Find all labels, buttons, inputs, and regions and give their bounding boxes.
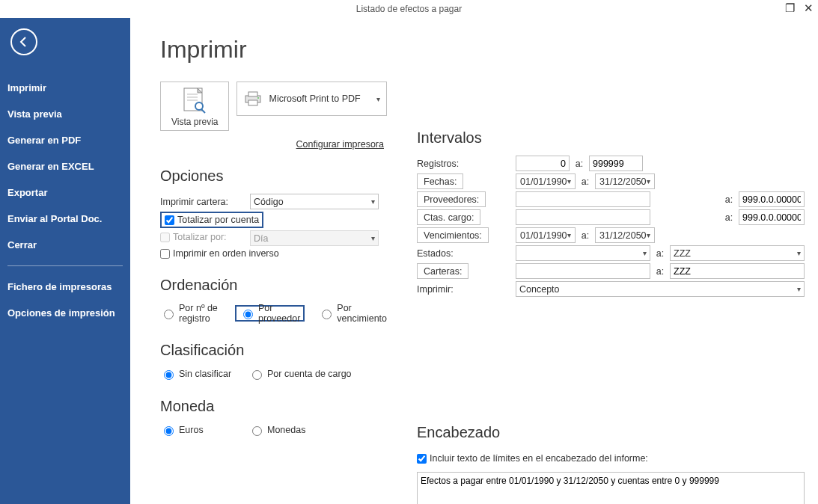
chevron-down-icon: ▾ bbox=[567, 177, 571, 185]
chevron-down-icon: ▾ bbox=[371, 234, 375, 242]
window: Listado de efectos a pagar ❐ ✕ Imprimir … bbox=[0, 0, 818, 504]
registros-label: Registros: bbox=[417, 159, 511, 169]
imprimir-select[interactable]: Concepto▾ bbox=[516, 281, 805, 297]
carteras-to-input[interactable] bbox=[670, 263, 805, 279]
orden-vencimiento-radio[interactable]: Por vencimiento bbox=[318, 303, 387, 324]
estados-label: Estados: bbox=[417, 248, 511, 259]
fechas-to-select[interactable]: 31/12/2050▾ bbox=[595, 173, 655, 189]
vista-previa-label: Vista previa bbox=[171, 117, 218, 127]
carteras-from-input[interactable] bbox=[516, 263, 650, 279]
imprimir-cartera-label: Imprimir cartera: bbox=[160, 197, 250, 207]
estados-to-select[interactable]: ZZZ▾ bbox=[670, 245, 805, 261]
section-encabezado: Encabezado bbox=[417, 424, 805, 441]
chevron-down-icon: ▾ bbox=[797, 249, 801, 257]
printer-select[interactable]: Microsoft Print to PDF ▾ bbox=[236, 82, 387, 116]
moneda-monedas-radio[interactable]: Monedas bbox=[248, 424, 305, 436]
totalizar-por-checkbox: Totalizar por: bbox=[160, 232, 227, 242]
section-ordenacion: Ordenación bbox=[160, 277, 387, 294]
sidebar: Imprimir Vista previa Generar en PDF Gen… bbox=[0, 18, 130, 504]
sidebar-item-generar-pdf[interactable]: Generar en PDF bbox=[0, 127, 130, 153]
chevron-down-icon: ▾ bbox=[376, 95, 380, 103]
estados-from-select[interactable]: ▾ bbox=[516, 245, 650, 261]
sidebar-item-generar-excel[interactable]: Generar en EXCEL bbox=[0, 153, 130, 179]
registros-to-input[interactable] bbox=[589, 156, 643, 171]
orden-vencimiento-label: Por vencimiento bbox=[337, 303, 387, 324]
orden-registro-radio[interactable]: Por nº de registro bbox=[160, 303, 222, 324]
a-label: a: bbox=[722, 212, 736, 223]
svg-rect-7 bbox=[248, 92, 257, 96]
maximize-icon[interactable]: ❐ bbox=[785, 1, 795, 15]
fechas-to-value: 31/12/2050 bbox=[599, 176, 647, 187]
back-button[interactable] bbox=[10, 28, 37, 55]
orden-inverso-checkbox[interactable]: Imprimir en orden inverso bbox=[160, 248, 279, 259]
registros-from-input[interactable] bbox=[516, 156, 570, 171]
orden-inverso-label: Imprimir en orden inverso bbox=[173, 248, 279, 259]
totalizar-cuenta-label: Totalizar por cuenta bbox=[177, 215, 259, 225]
sidebar-item-vista-previa[interactable]: Vista previa bbox=[0, 101, 130, 127]
venc-to-select[interactable]: 31/12/2050▾ bbox=[595, 227, 655, 243]
fechas-from-select[interactable]: 01/01/1990▾ bbox=[516, 173, 576, 189]
venc-from-select[interactable]: 01/01/1990▾ bbox=[516, 227, 576, 243]
ctas-button[interactable]: Ctas. cargo: bbox=[417, 209, 480, 225]
imprimir-cartera-select[interactable]: Código▾ bbox=[250, 194, 379, 209]
moneda-monedas-label: Monedas bbox=[267, 425, 305, 435]
moneda-euros-label: Euros bbox=[179, 425, 204, 435]
imprimir-label: Imprimir: bbox=[417, 284, 511, 295]
totalizar-por-select: Día▾ bbox=[250, 230, 379, 246]
orden-proveedor-label: Por proveedor bbox=[258, 303, 300, 324]
window-title: Listado de efectos a pagar bbox=[356, 4, 462, 14]
section-clasificacion: Clasificación bbox=[160, 342, 387, 359]
orden-proveedor-radio[interactable]: Por proveedor bbox=[239, 303, 300, 324]
estados-to-value: ZZZ bbox=[674, 248, 691, 259]
section-intervalos: Intervalos bbox=[417, 129, 805, 147]
venc-to-value: 31/12/2050 bbox=[599, 230, 647, 241]
sidebar-item-cerrar[interactable]: Cerrar bbox=[0, 232, 130, 258]
document-preview-icon bbox=[178, 87, 211, 115]
vista-previa-button[interactable]: Vista previa bbox=[160, 82, 229, 131]
vencimientos-button[interactable]: Vencimientos: bbox=[417, 227, 489, 243]
proveedores-to-input[interactable] bbox=[739, 191, 805, 207]
sidebar-item-exportar[interactable]: Exportar bbox=[0, 179, 130, 206]
venc-from-value: 01/01/1990 bbox=[520, 230, 567, 241]
sidebar-separator bbox=[7, 265, 123, 266]
carteras-button[interactable]: Carteras: bbox=[417, 263, 468, 279]
encabezado-textarea[interactable] bbox=[417, 472, 805, 505]
fechas-from-value: 01/01/1990 bbox=[520, 176, 567, 187]
svg-rect-8 bbox=[248, 100, 257, 105]
clasif-sin-radio[interactable]: Sin clasificar bbox=[160, 368, 235, 380]
sidebar-item-fichero-impresoras[interactable]: Fichero de impresoras bbox=[0, 274, 130, 300]
printer-icon bbox=[243, 90, 263, 107]
incluir-encabezado-checkbox[interactable]: Incluir texto de límites en el encabezad… bbox=[417, 453, 648, 464]
a-label: a: bbox=[573, 159, 586, 169]
section-opciones: Opciones bbox=[160, 168, 387, 185]
sidebar-item-imprimir[interactable]: Imprimir bbox=[0, 75, 130, 101]
printer-name: Microsoft Print to PDF bbox=[269, 93, 376, 104]
a-label: a: bbox=[579, 176, 592, 187]
a-label: a: bbox=[579, 230, 592, 241]
chevron-down-icon: ▾ bbox=[647, 177, 650, 185]
a-label: a: bbox=[653, 248, 667, 259]
imprimir-value: Concepto bbox=[519, 284, 560, 295]
moneda-euros-radio[interactable]: Euros bbox=[160, 424, 235, 436]
ctas-to-input[interactable] bbox=[739, 209, 805, 225]
chevron-down-icon: ▾ bbox=[797, 285, 801, 293]
svg-point-9 bbox=[257, 97, 259, 99]
main: Imprimir Vista previa bbox=[130, 18, 818, 504]
chevron-down-icon: ▾ bbox=[371, 197, 375, 206]
section-moneda: Moneda bbox=[160, 398, 387, 415]
sidebar-item-opciones-impresion[interactable]: Opciones de impresión bbox=[0, 300, 130, 326]
orden-registro-label: Por nº de registro bbox=[179, 303, 222, 324]
proveedores-button[interactable]: Proveedores: bbox=[417, 191, 486, 207]
chevron-down-icon: ▾ bbox=[567, 231, 571, 239]
proveedores-from-input[interactable] bbox=[516, 191, 650, 207]
imprimir-cartera-value: Código bbox=[254, 197, 284, 207]
fechas-button[interactable]: Fechas: bbox=[417, 173, 463, 189]
close-icon[interactable]: ✕ bbox=[804, 1, 814, 15]
titlebar: Listado de efectos a pagar ❐ ✕ bbox=[0, 0, 818, 18]
chevron-down-icon: ▾ bbox=[643, 249, 647, 257]
clasif-cuenta-radio[interactable]: Por cuenta de cargo bbox=[248, 368, 352, 380]
configurar-impresora-link[interactable]: Configurar impresora bbox=[296, 139, 384, 150]
ctas-from-input[interactable] bbox=[516, 209, 650, 225]
totalizar-cuenta-checkbox[interactable]: Totalizar por cuenta bbox=[165, 215, 259, 225]
sidebar-item-enviar-portal[interactable]: Enviar al Portal Doc. bbox=[0, 206, 130, 232]
